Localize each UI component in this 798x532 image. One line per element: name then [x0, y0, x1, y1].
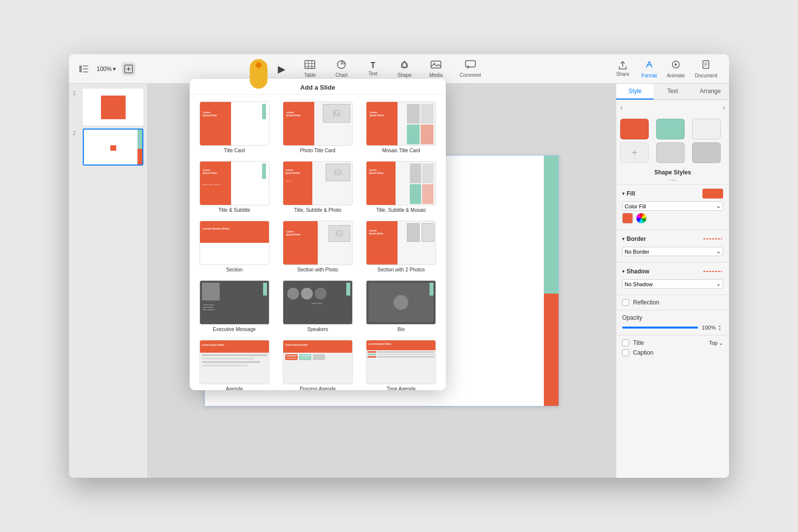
opacity-increment[interactable]: ▲ [716, 324, 723, 328]
swatch-darker[interactable] [692, 142, 721, 163]
slide-preview-agenda: Lorem Ipsum Dolor [200, 340, 269, 384]
svg-rect-18 [466, 61, 475, 67]
slide-label-process-agenda: Process Agenda [300, 386, 336, 390]
tab-text[interactable]: Text [654, 84, 691, 100]
svg-rect-7 [305, 61, 315, 68]
nav-prev-arrow[interactable]: ‹ [620, 103, 623, 112]
media-tool[interactable]: Media [424, 58, 448, 80]
opacity-row: 100% ▲ ▼ [622, 324, 723, 331]
slide-thumb-1[interactable]: 1 [73, 89, 143, 126]
nav-next-arrow[interactable]: › [723, 103, 725, 112]
swatch-add-button[interactable]: + [620, 142, 649, 163]
zoom-selector[interactable]: 100% ▾ [97, 66, 116, 72]
opacity-decrement[interactable]: ▼ [716, 328, 723, 331]
slide-option-bio[interactable]: Bio [361, 277, 442, 335]
slide-preview-title-subtitle-photo: LoremIpsum Dolor dolor sit [283, 161, 353, 205]
swatch-dark[interactable] [656, 142, 685, 163]
slide-option-mosaic-title-card[interactable]: LoremIpsum Dolor Mosaic Title Card [361, 99, 442, 156]
tab-text-label: Text [667, 88, 678, 95]
panel-nav-arrows: ‹ › [616, 100, 729, 115]
zoom-value: 100% [97, 66, 112, 72]
comment-icon [465, 60, 476, 71]
zoom-chevron: ▾ [113, 66, 116, 72]
fill-color-wheel[interactable] [636, 213, 647, 224]
tab-style[interactable]: Style [616, 84, 654, 100]
slide-label-title-card: Title Card [224, 148, 245, 153]
slide-preview-1[interactable] [83, 89, 143, 126]
tab-arrange[interactable]: Arrange [692, 84, 729, 100]
format-label: Format [641, 73, 657, 78]
slide-option-process-agenda[interactable]: Lorem Ipsum Dolor Process Agenda [277, 337, 358, 390]
slide-thumb-2[interactable]: 2 [73, 129, 143, 166]
text-tool[interactable]: T Text [361, 59, 385, 78]
slide-option-time-agenda[interactable]: Lorem Ipsum Dolor [361, 337, 442, 390]
add-slide-button[interactable] [122, 62, 135, 76]
reflection-checkbox[interactable] [622, 299, 629, 306]
opacity-stepper[interactable]: ▲ ▼ [716, 324, 723, 331]
caption-checkbox[interactable] [622, 349, 629, 356]
slide-preview-bio [366, 280, 436, 325]
slide-option-section-photo[interactable]: LoremIpsum Dolor Section with Photo [277, 218, 358, 275]
comment-tool[interactable]: Comment [456, 58, 485, 80]
swatch-light[interactable] [692, 119, 721, 139]
slide-option-title-subtitle-mosaic[interactable]: LoremIpsum Dolor Title, Subtitle & Mosai… [361, 158, 442, 216]
slide-1-shape [101, 96, 126, 119]
slide-2-green-bar [137, 130, 142, 149]
caption-label: Caption [633, 349, 653, 356]
right-panel: Style Text Arrange ‹ › + [616, 84, 729, 478]
slide-option-speakers[interactable]: Speaker Names Speakers [277, 277, 358, 335]
slide-option-executive-message[interactable]: Lorem ipsumlorem ipsumdolor sit amet Exe… [194, 277, 275, 335]
animate-tab[interactable]: Animate [663, 58, 689, 80]
swatch-green[interactable] [656, 119, 685, 139]
slide-option-title-subtitle-photo[interactable]: LoremIpsum Dolor dolor sit Title, Subtit… [277, 158, 358, 216]
fill-color-swatch[interactable] [622, 213, 633, 224]
opacity-slider[interactable] [622, 327, 698, 329]
table-tool[interactable]: Table [298, 58, 322, 80]
title-position-select[interactable]: Top ⌄ [709, 340, 723, 346]
format-tab[interactable]: Format [637, 58, 661, 80]
format-tabs-bar: Format Animate [637, 58, 721, 80]
slide-option-title-subtitle[interactable]: LoremIpsum Dolor Ipsum dolor sit amet Ti… [194, 158, 275, 216]
chart-label: Chart [335, 72, 347, 78]
title-checkbox[interactable] [622, 339, 629, 346]
svg-rect-2 [83, 68, 88, 69]
slide-2-content [84, 130, 142, 165]
slide-preview-title-card: LoremIpsum Dolor [200, 101, 269, 146]
table-label: Table [304, 72, 316, 78]
shape-tool[interactable]: Shape [393, 58, 416, 80]
fill-section-header[interactable]: ▾ Fill [622, 189, 723, 199]
slide-option-section-2-photos[interactable]: LoremIpsum Dolor Section with 2 Photos [361, 218, 442, 275]
shadow-type-row: No Shadow ⌄ [622, 279, 723, 289]
document-tab[interactable]: Document [691, 58, 721, 80]
border-title: ▾ Border [622, 235, 646, 242]
shadow-section-header[interactable]: ▾ Shadow [622, 266, 723, 276]
slide-label-section-photo: Section with Photo [298, 267, 338, 272]
canvas-orange-bar [544, 294, 559, 406]
opacity-section: Opacity 100% ▲ ▼ [616, 310, 729, 335]
play-button[interactable]: ▶ [274, 62, 288, 76]
slide-option-title-card[interactable]: LoremIpsum Dolor Title Card [194, 99, 275, 156]
share-button[interactable]: Share [616, 61, 630, 77]
slide-preview-2[interactable] [83, 129, 143, 166]
slide-option-section[interactable]: Lorem Ipsum Dolor Section [194, 218, 275, 275]
slide-option-agenda[interactable]: Lorem Ipsum Dolor Agenda [194, 337, 275, 390]
fill-type-select[interactable]: Color Fill ⌄ [622, 201, 723, 211]
chart-tool[interactable]: Chart [330, 58, 353, 80]
border-type-select[interactable]: No Border ⌄ [622, 247, 723, 256]
border-section-header[interactable]: ▾ Border [622, 234, 723, 244]
svg-rect-0 [79, 66, 82, 72]
slide-preview-photo-title-card: LoremIpsum Dolor [283, 101, 353, 146]
svg-rect-27 [333, 110, 339, 116]
fill-label: Fill [627, 190, 635, 197]
reflection-row: Reflection [622, 299, 723, 306]
shadow-type-select[interactable]: No Shadow ⌄ [622, 279, 723, 289]
slide-option-photo-title-card[interactable]: LoremIpsum Dolor Photo Title Card [277, 99, 358, 156]
swatch-red[interactable] [620, 119, 649, 139]
fill-color-preview[interactable] [702, 189, 723, 199]
opacity-label: Opacity [622, 314, 723, 321]
shadow-label: Shadow [627, 268, 649, 275]
tab-style-label: Style [629, 88, 642, 95]
slide-preview-executive-message: Lorem ipsumlorem ipsumdolor sit amet [200, 280, 269, 325]
slide-preview-time-agenda: Lorem Ipsum Dolor [366, 340, 436, 384]
sidebar-toggle-icon[interactable] [77, 62, 91, 76]
